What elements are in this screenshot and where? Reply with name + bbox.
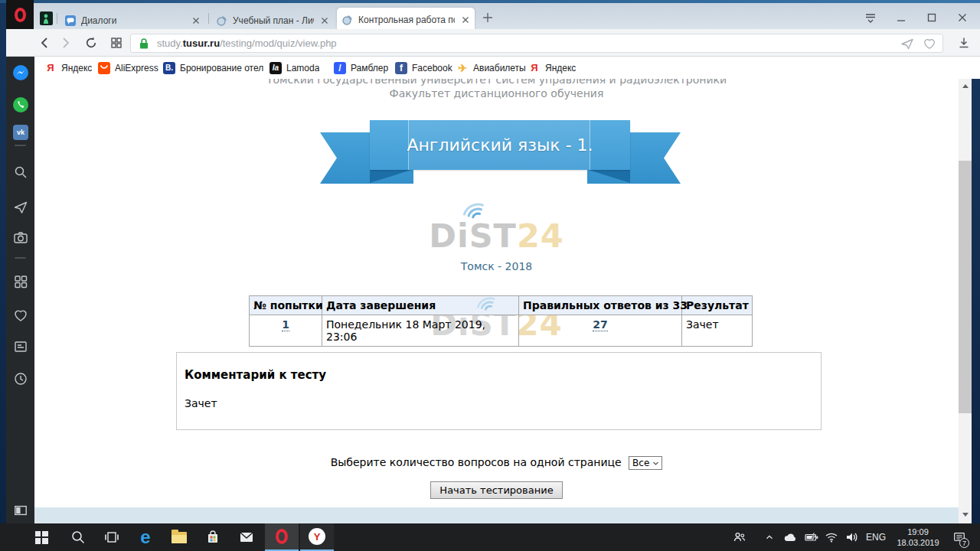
bookmarks-bar: Я Яндекс AliExpress B. Бронирование отел… — [34, 57, 980, 79]
grid-icon — [110, 37, 122, 49]
taskbar-search-button[interactable] — [63, 523, 93, 551]
tray-language-button[interactable]: ENG — [862, 523, 890, 551]
edge-icon: e — [140, 528, 150, 546]
tray-people-button[interactable] — [727, 523, 752, 551]
yandex-icon: Я — [528, 62, 541, 74]
tray-wifi-button[interactable] — [821, 523, 842, 551]
reload-icon — [84, 36, 98, 50]
window-minimize-button[interactable] — [896, 12, 906, 23]
tray-show-hidden-button[interactable] — [760, 523, 779, 551]
vk-icon: vk — [13, 125, 28, 140]
window-maximize-button[interactable] — [926, 12, 937, 23]
minimize-icon — [896, 12, 906, 23]
tray-volume-button[interactable] — [841, 523, 862, 551]
tab-separator — [57, 13, 57, 24]
downloads-button[interactable] — [957, 36, 971, 50]
taskbar-store-button[interactable] — [198, 523, 228, 551]
clock-date: 18.03.2019 — [897, 537, 939, 548]
tab-title: Учебный план - Личный — [233, 15, 314, 26]
tab-close-icon[interactable] — [461, 15, 470, 24]
per-page-label: Выберите количество вопросов на одной ст… — [331, 456, 622, 468]
sidebar-speed-dial-button[interactable] — [12, 273, 29, 290]
news-icon — [13, 339, 28, 354]
taskbar-explorer-button[interactable] — [164, 523, 194, 551]
desktop-right-edge — [972, 79, 980, 523]
scroll-up-arrow[interactable] — [962, 84, 969, 88]
browser-tab-bar: Диалоги Учебный план - Личный Контрольна… — [6, 3, 980, 29]
bookmark-booking[interactable]: B. Бронирование отел — [163, 60, 270, 75]
tab-close-icon[interactable] — [320, 16, 329, 25]
speed-dial-button[interactable] — [110, 37, 122, 49]
heart-icon — [13, 308, 28, 323]
sidebar-divider — [15, 257, 26, 259]
sidebar-snapshot-button[interactable] — [12, 229, 29, 246]
store-icon — [205, 530, 220, 545]
attempt-number-link[interactable]: 1 — [282, 318, 289, 331]
send-to-flow-icon[interactable] — [900, 37, 915, 51]
opera-logo-icon — [15, 8, 26, 22]
sidebar-messenger-button[interactable] — [12, 64, 29, 81]
sidebar-my-flow-button[interactable] — [12, 199, 29, 216]
start-test-button[interactable]: Начать тестирование — [430, 481, 562, 499]
bookmark-yandex-2[interactable]: Я Яндекс — [528, 60, 590, 75]
comment-box: Комментарий к тесту Зачет — [176, 352, 822, 430]
windows-logo-icon — [35, 531, 48, 544]
scrollbar-thumb[interactable] — [959, 161, 972, 413]
dist24-favicon — [341, 14, 354, 26]
clock-icon — [13, 371, 28, 386]
search-icon — [70, 530, 86, 545]
language-indicator: ENG — [866, 532, 886, 543]
vertical-scrollbar[interactable] — [959, 79, 972, 523]
taskbar-opera-button[interactable] — [265, 523, 299, 551]
tab-separator — [208, 13, 209, 24]
city-year: Томск - 2018 — [34, 260, 959, 272]
action-center-button[interactable] — [946, 523, 972, 551]
opera-menu-button[interactable] — [6, 0, 34, 29]
scroll-down-arrow[interactable] — [962, 513, 969, 517]
sidebar-vk-button[interactable]: vk — [12, 124, 29, 141]
tray-battery-button[interactable] — [801, 523, 822, 551]
sidebar-personal-news-button[interactable] — [12, 338, 29, 355]
back-button[interactable] — [38, 36, 52, 50]
yandex-icon: Я — [44, 62, 57, 74]
url-text: study.tusur.ru/testing/mod/quiz/view.php — [157, 37, 900, 49]
window-close-button[interactable] — [957, 12, 968, 23]
sidebar-panel-icon — [14, 504, 28, 517]
sidebar-history-button[interactable] — [12, 370, 29, 387]
sidebar-toggle-button[interactable] — [12, 502, 29, 519]
messenger-icon — [12, 64, 29, 81]
sidebar-bookmarks-button[interactable] — [12, 307, 29, 324]
forward-button[interactable] — [58, 36, 72, 50]
tab-menu-button[interactable] — [864, 12, 877, 24]
bookmark-facebook[interactable]: f Facebook — [395, 60, 459, 75]
address-bar[interactable]: study.tusur.ru/testing/mod/quiz/view.php — [130, 34, 943, 53]
reload-button[interactable] — [84, 36, 98, 50]
bookmark-aviabilety[interactable]: ✈ Авиабилеты — [456, 60, 533, 75]
sidebar-whatsapp-button[interactable] — [12, 96, 29, 113]
new-tab-button[interactable] — [482, 12, 493, 23]
col-correct-answers: Правильных ответов из 33 — [519, 296, 682, 315]
start-button[interactable] — [26, 523, 57, 551]
tab-close-icon[interactable] — [191, 16, 201, 25]
taskbar-mail-button[interactable] — [231, 523, 262, 551]
bookmark-lamoda[interactable]: la Lamoda — [270, 60, 329, 75]
tray-onedrive-button[interactable] — [779, 523, 801, 551]
comment-title: Комментарий к тесту — [185, 368, 326, 382]
ribbon-band: Английский язык - 1. — [370, 120, 630, 170]
taskbar-yandex-button[interactable]: Y — [300, 523, 334, 551]
faculty-name: Факультет дистанционного обучения — [34, 87, 959, 99]
bookmark-rambler[interactable]: / Рамблер — [334, 60, 395, 75]
sidebar-search-button[interactable] — [12, 164, 29, 181]
task-view-button[interactable] — [96, 523, 127, 551]
tab-title: Диалоги — [81, 15, 185, 26]
tab-thumbnail-icon[interactable] — [40, 11, 53, 25]
tray-clock-button[interactable]: 19:09 18.03.2019 — [891, 523, 945, 551]
university-name: Томский государственный университет сист… — [34, 79, 959, 86]
browser-toolbar: study.tusur.ru/testing/mod/quiz/view.php — [6, 29, 980, 57]
per-page-select[interactable]: Все — [629, 456, 662, 470]
close-icon — [957, 12, 968, 23]
taskbar-edge-button[interactable]: e — [130, 523, 161, 551]
paper-plane-icon — [13, 200, 28, 215]
bookmark-heart-icon[interactable] — [923, 37, 936, 51]
correct-answers-link[interactable]: 27 — [593, 318, 607, 331]
